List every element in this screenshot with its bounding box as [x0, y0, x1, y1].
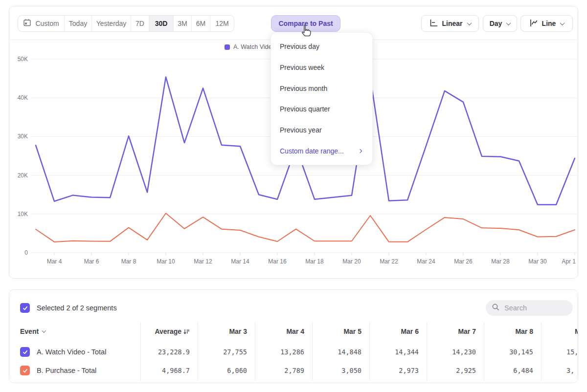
select-all-label: Selected 2 of 2 segments [37, 304, 117, 312]
date-column-header[interactable]: Mar 7 [427, 327, 484, 335]
y-tick-label: 40K [18, 94, 28, 101]
x-tick-label: Mar 22 [380, 258, 398, 265]
date-column-header[interactable]: Mar 4 [255, 327, 312, 335]
chevron-right-icon [358, 149, 362, 152]
menu-item-previous-year[interactable]: Previous year [271, 120, 372, 141]
menu-item-previous-month[interactable]: Previous month [271, 78, 372, 99]
table-header-row: EventAverage Mar 3Mar 4Mar 5Mar 6Mar 7Ma… [9, 322, 578, 341]
check-icon [22, 305, 28, 311]
x-tick-label: Mar 28 [491, 258, 510, 265]
series-line-purchase[interactable] [36, 213, 575, 242]
column-divider [312, 322, 313, 381]
segments-card: Selected 2 of 2 segments Search EventAve… [9, 289, 578, 383]
value-cell: 23,228.9 [140, 348, 198, 356]
compare-menu: Previous day Previous week Previous mont… [271, 32, 373, 165]
value-cell: 6,060 [198, 367, 255, 374]
date-column-header-clipped[interactable]: M [541, 327, 578, 335]
x-tick-label: Mar 12 [194, 258, 212, 265]
chevron-down-icon [42, 329, 46, 333]
column-divider [255, 322, 255, 381]
x-tick-label: Apr 1 [562, 258, 576, 265]
hand-cursor-icon [298, 23, 313, 39]
x-tick-label: Mar 6 [84, 258, 99, 265]
value-cell: 27,755 [198, 348, 255, 356]
y-tick-label: 50K [18, 56, 28, 63]
x-tick-label: Mar 20 [342, 258, 361, 265]
row-checkbox[interactable] [20, 366, 30, 375]
value-cell: 6,484 [484, 367, 541, 374]
value-cell: 14,230 [427, 348, 484, 356]
value-cell-clipped: 15, [541, 348, 578, 356]
y-tick-label: 30K [18, 133, 28, 140]
value-cell-clipped: 3, [541, 367, 578, 374]
x-tick-label: Mar 30 [528, 258, 547, 265]
x-axis-labels: Mar 4Mar 6Mar 8Mar 10Mar 12Mar 14Mar 16M… [47, 253, 576, 265]
check-icon [22, 349, 28, 355]
y-tick-label: 10K [18, 211, 28, 218]
y-tick-label: 20K [18, 172, 28, 179]
value-cell: 14,848 [312, 348, 369, 356]
value-cell: 30,145 [484, 348, 541, 356]
value-cell: 2,973 [369, 367, 427, 374]
row-checkbox[interactable] [20, 347, 30, 357]
value-cell: 4,968.7 [140, 367, 198, 374]
average-column-header[interactable]: Average [140, 327, 198, 335]
column-divider [140, 322, 141, 381]
value-cell: 3,050 [312, 367, 369, 374]
x-tick-label: Mar 18 [305, 258, 324, 265]
x-tick-label: Mar 14 [231, 258, 249, 265]
check-icon [22, 368, 28, 374]
x-tick-label: Mar 16 [268, 258, 287, 265]
date-column-header[interactable]: Mar 3 [198, 327, 255, 335]
search-input[interactable]: Search [486, 300, 573, 316]
x-tick-label: Mar 24 [417, 258, 435, 265]
date-column-header[interactable]: Mar 5 [312, 327, 369, 335]
menu-item-previous-week[interactable]: Previous week [271, 57, 372, 78]
menu-item-previous-day[interactable]: Previous day [271, 36, 372, 57]
event-column-header[interactable]: Event [20, 327, 45, 335]
menu-item-previous-quarter[interactable]: Previous quarter [271, 99, 372, 120]
search-placeholder: Search [504, 304, 527, 312]
table-row: A. Watch Video - Total23,228.927,75513,2… [9, 343, 578, 361]
x-tick-label: Mar 4 [47, 258, 62, 265]
date-column-header[interactable]: Mar 6 [369, 327, 427, 335]
column-divider [427, 322, 427, 381]
select-all-checkbox[interactable] [20, 303, 30, 313]
value-cell: 2,789 [255, 367, 312, 374]
value-cell: 2,925 [427, 367, 484, 374]
column-divider [198, 322, 198, 381]
column-divider [541, 322, 542, 381]
event-name[interactable]: B. Purchase - Total [37, 367, 96, 374]
y-axis-labels: 010K20K30K40K50K [18, 56, 28, 256]
date-column-header[interactable]: Mar 8 [484, 327, 541, 335]
select-all-row: Selected 2 of 2 segments [20, 303, 117, 313]
value-cell: 13,286 [255, 348, 312, 356]
value-cell: 14,344 [369, 348, 427, 356]
table-row: B. Purchase - Total4,968.76,0602,7893,05… [9, 361, 578, 380]
column-divider [369, 322, 370, 381]
menu-item-custom-date-range[interactable]: Custom date range... [271, 140, 372, 161]
sort-icon [183, 328, 190, 335]
x-tick-label: Mar 10 [157, 258, 175, 265]
analytics-page: Custom Today Yesterday 7D 30D 3M 6M 12M … [0, 0, 587, 392]
search-icon [492, 303, 500, 313]
x-tick-label: Mar 8 [121, 258, 136, 265]
event-name[interactable]: A. Watch Video - Total [37, 348, 106, 356]
y-tick-label: 0 [24, 249, 28, 256]
x-tick-label: Mar 26 [454, 258, 473, 265]
column-divider [484, 322, 484, 381]
